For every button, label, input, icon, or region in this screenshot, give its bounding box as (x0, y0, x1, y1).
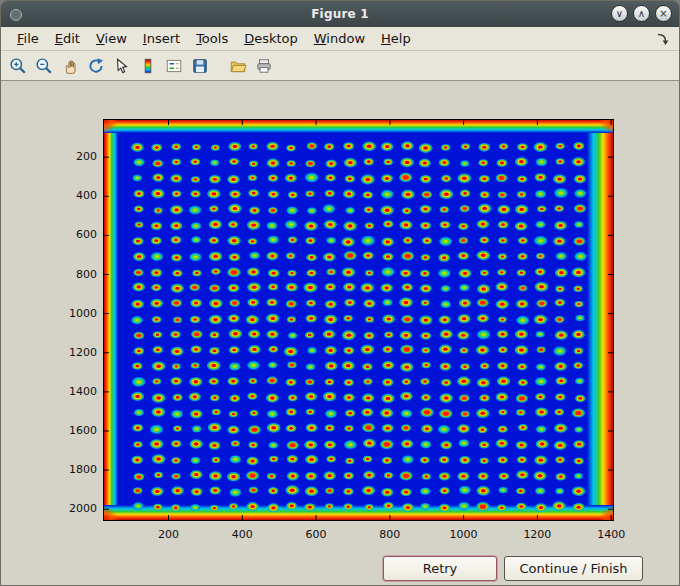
menu-desktop[interactable]: Desktop (236, 29, 306, 48)
zoom-in-icon (9, 57, 27, 75)
zoom-out-icon (35, 57, 53, 75)
menu-window[interactable]: Window (306, 29, 373, 48)
save-figure-button[interactable] (188, 54, 212, 78)
rotate-3d-button[interactable] (84, 54, 108, 78)
menu-tools[interactable]: Tools (188, 29, 236, 48)
insert-legend-button[interactable] (162, 54, 186, 78)
maximize-button[interactable]: ∧ (633, 5, 650, 22)
heatmap-image[interactable] (104, 120, 613, 520)
y-tick-label: 600 (52, 228, 97, 242)
menu-bar: File Edit View Insert Tools Desktop Wind… (1, 27, 679, 51)
data-cursor-button[interactable] (110, 54, 134, 78)
continue-finish-button[interactable]: Continue / Finish (504, 556, 643, 581)
data-cursor-icon (113, 57, 131, 75)
window-title: Figure 1 (1, 7, 679, 21)
pan-hand-button[interactable] (58, 54, 82, 78)
toolbar (1, 51, 679, 81)
x-tick-label: 1000 (440, 528, 488, 542)
zoom-in-button[interactable] (6, 54, 30, 78)
rotate-3d-icon (87, 57, 105, 75)
y-tick-label: 2000 (52, 502, 97, 516)
titlebar[interactable]: Figure 1 ∨ ∧ × (1, 1, 679, 27)
pan-hand-icon (61, 57, 79, 75)
x-tick-label: 200 (145, 528, 193, 542)
close-button[interactable]: × (655, 5, 672, 22)
save-icon (191, 57, 209, 75)
zoom-out-button[interactable] (32, 54, 56, 78)
retry-button[interactable]: Retry (383, 556, 497, 581)
printer-icon (255, 57, 273, 75)
window-menu-icon[interactable] (10, 9, 22, 21)
menu-view[interactable]: View (88, 29, 135, 48)
menu-file[interactable]: File (9, 29, 47, 48)
y-tick-label: 1800 (52, 463, 97, 477)
menu-insert[interactable]: Insert (135, 29, 188, 48)
minimize-button[interactable]: ∨ (611, 5, 628, 22)
plot-area[interactable] (103, 119, 614, 521)
menu-help[interactable]: Help (373, 29, 419, 48)
window-controls: ∨ ∧ × (611, 5, 672, 22)
x-tick-label: 400 (218, 528, 266, 542)
y-tick-label: 1600 (52, 424, 97, 438)
dock-figure-icon[interactable] (655, 31, 671, 47)
x-tick-label: 800 (366, 528, 414, 542)
x-tick-label: 1200 (513, 528, 561, 542)
x-tick-label: 1400 (587, 528, 635, 542)
menu-edit[interactable]: Edit (47, 29, 88, 48)
y-tick-label: 1400 (52, 385, 97, 399)
y-tick-label: 400 (52, 189, 97, 203)
y-tick-label: 200 (52, 150, 97, 164)
y-tick-label: 800 (52, 268, 97, 282)
insert-colorbar-icon (139, 57, 157, 75)
insert-colorbar-button[interactable] (136, 54, 160, 78)
figure-window: Figure 1 ∨ ∧ × File Edit View Insert Too… (0, 0, 680, 586)
x-tick-label: 600 (292, 528, 340, 542)
insert-legend-icon (165, 57, 183, 75)
open-file-button[interactable] (226, 54, 250, 78)
y-tick-label: 1000 (52, 307, 97, 321)
open-folder-icon (229, 57, 247, 75)
y-tick-label: 1200 (52, 346, 97, 360)
figure-canvas: Retry Continue / Finish 2004006008001000… (1, 81, 679, 585)
print-figure-button[interactable] (252, 54, 276, 78)
